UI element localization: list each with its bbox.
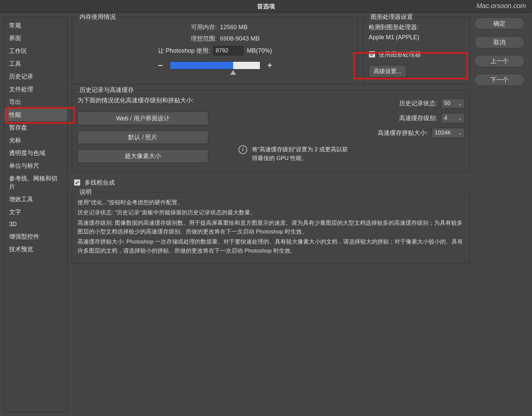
sidebar-item-workspace[interactable]: 工作区: [4, 45, 67, 57]
history-states-select[interactable]: 50 ⌄: [441, 98, 465, 108]
sidebar-item-tools[interactable]: 工具: [4, 57, 67, 70]
chevron-down-icon: ⌄: [458, 116, 462, 121]
history-legend: 历史记录与高速缓存: [77, 86, 137, 94]
cache-levels-value: 4: [444, 115, 447, 121]
description-legend: 说明: [77, 188, 94, 196]
desc-line-3: 高速缓存级别: 图像数据的高速缓存级别数。用于提高屏幕重绘和直方图显示的速度。请…: [77, 219, 465, 237]
sidebar-item-enhanced-controls[interactable]: 增强型控件: [4, 230, 67, 243]
detected-gpu-label: 检测到图形处理器:: [369, 23, 465, 31]
sidebar-item-export[interactable]: 导出: [4, 96, 67, 108]
sidebar-item-plugins[interactable]: 增效工具: [4, 193, 67, 206]
sidebar-item-interface[interactable]: 界面: [4, 32, 67, 45]
window-title: 首选项: [257, 2, 275, 10]
description-group: 说明 使用"优化..."按钮时会考虑您的硬件配置。 历史记录状态: "历史记录"…: [72, 192, 470, 264]
cache-tile-label: 高速缓存拼贴大小:: [378, 129, 428, 137]
preset-default-button[interactable]: 默认 / 照片: [77, 131, 208, 144]
ideal-range-value: 6908-9043 MB: [220, 35, 280, 42]
history-states-label: 历史记录状态:: [399, 99, 437, 107]
sidebar-item-general[interactable]: 常规: [4, 19, 67, 32]
watermark: Mac.orsoon.com: [476, 2, 526, 10]
preset-huge-button[interactable]: 超大像素大小: [77, 149, 208, 163]
history-cache-group: 历史记录与高速缓存 为下面的情况优化高速缓存级别和拼贴大小: Web / 用户界…: [72, 90, 470, 172]
desc-line-1: 使用"优化..."按钮时会考虑您的硬件配置。: [77, 198, 465, 207]
cancel-button[interactable]: 取消: [474, 36, 525, 48]
optimize-label: 为下面的情况优化高速缓存级别和拼贴大小:: [77, 96, 212, 104]
use-gpu-label: 使用图形处理器: [379, 50, 421, 58]
cache-tile-select[interactable]: 1024K ⌄: [432, 128, 465, 138]
next-button[interactable]: 下一个: [474, 74, 525, 86]
cache-tile-value: 1024K: [435, 129, 451, 136]
sidebar-item-type[interactable]: 文字: [4, 206, 67, 218]
preset-web-button[interactable]: Web / 用户界面设计: [77, 112, 208, 125]
memory-usage-group: 内存使用情况 可用内存: 12560 MB 理想范围: 6908-9043 MB…: [72, 17, 358, 85]
check-icon: [370, 52, 374, 57]
memory-slider[interactable]: [170, 61, 260, 69]
sidebar-item-cursors[interactable]: 光标: [4, 134, 67, 147]
minus-icon[interactable]: −: [156, 61, 164, 70]
sidebar-item-guides[interactable]: 参考线、网格和切片: [4, 172, 67, 193]
sidebar: 常规 界面 工作区 工具 历史记录 文件处理 导出 性能 暂存盘 光标 透明度与…: [4, 17, 68, 412]
multithread-label: 多线程合成: [85, 178, 115, 187]
desc-line-4: 高速缓存拼贴大小: Photoshop 一次存储或处理的数据量。对于要快速处理的…: [77, 238, 465, 255]
titlebar: 首选项 Mac.orsoon.com: [0, 0, 532, 13]
check-icon: [75, 180, 79, 185]
sidebar-item-transparency[interactable]: 透明度与色域: [4, 147, 67, 159]
memory-unit: MB(70%): [247, 47, 272, 54]
gpu-legend: 图形处理器设置: [368, 13, 416, 21]
sidebar-item-units[interactable]: 单位与标尺: [4, 159, 67, 172]
available-ram-value: 12560 MB: [220, 24, 280, 31]
sidebar-item-history-log[interactable]: 历史记录: [4, 70, 67, 83]
plus-icon[interactable]: +: [266, 61, 274, 70]
sidebar-item-scratch-disks[interactable]: 暂存盘: [4, 121, 67, 134]
sidebar-item-3d[interactable]: 3D: [4, 218, 67, 230]
desc-line-2: 历史记录状态: "历史记录"面板中所能保留的历史记录状态的最大数量。: [77, 208, 465, 217]
info-icon: i: [238, 145, 247, 154]
ok-button[interactable]: 确定: [474, 17, 525, 30]
sidebar-item-tech-preview[interactable]: 技术预览: [4, 243, 67, 256]
available-ram-label: 可用内存:: [150, 23, 217, 31]
sidebar-item-performance[interactable]: 性能: [4, 108, 67, 121]
cache-levels-label: 高速缓存级别:: [399, 114, 437, 122]
advanced-settings-button[interactable]: 高级设置...: [369, 65, 406, 77]
gpu-settings-group: 图形处理器设置 检测到图形处理器: Apple M1 (APPLE) 使用图形处…: [363, 17, 470, 85]
chevron-down-icon: ⌄: [458, 101, 462, 106]
multithread-checkbox[interactable]: [74, 179, 81, 186]
cache-info-text: 将"高速缓存级别"设置为 2 或更高以获得最佳的 GPU 性能。: [252, 145, 353, 162]
sidebar-item-file-handling[interactable]: 文件处理: [4, 83, 67, 96]
history-states-value: 50: [444, 100, 450, 107]
chevron-down-icon: ⌄: [458, 131, 462, 136]
detected-gpu-value: Apple M1 (APPLE): [369, 34, 465, 41]
let-ps-use-label: 让 Photoshop 使用:: [158, 47, 210, 55]
use-gpu-checkbox[interactable]: [369, 51, 375, 58]
prev-button[interactable]: 上一个: [474, 55, 525, 67]
cache-levels-select[interactable]: 4 ⌄: [441, 113, 465, 123]
memory-legend: 内存使用情况: [77, 13, 118, 21]
slider-thumb-icon[interactable]: [230, 70, 236, 75]
ideal-range-label: 理想范围:: [150, 35, 217, 43]
slider-fill: [170, 62, 233, 69]
memory-input[interactable]: [213, 46, 244, 55]
